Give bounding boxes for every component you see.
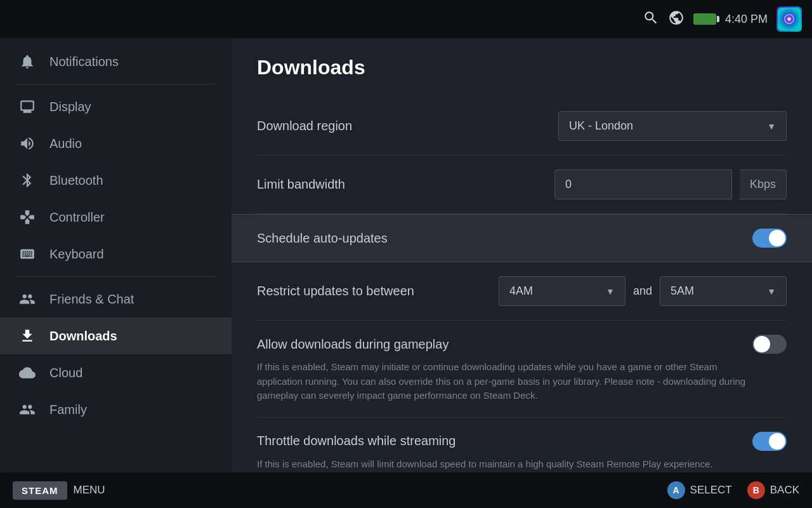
throttle-downloads-label: Throttle downloads while streaming xyxy=(257,434,456,448)
allow-downloads-label: Allow downloads during gameplay xyxy=(257,337,449,352)
sidebar-item-keyboard[interactable]: Keyboard xyxy=(0,236,232,272)
search-icon[interactable] xyxy=(643,10,659,29)
display-label: Display xyxy=(49,100,91,114)
steam-button[interactable]: STEAM xyxy=(13,481,67,500)
sidebar-item-notifications[interactable]: Notifications xyxy=(0,43,232,80)
content-area: Downloads Download region UK - London ▼ … xyxy=(232,38,812,472)
notifications-label: Notifications xyxy=(49,55,119,69)
keyboard-label: Keyboard xyxy=(49,247,104,262)
chevron-down-icon: ▼ xyxy=(767,121,776,131)
download-region-row: Download region UK - London ▼ xyxy=(257,97,787,156)
notifications-icon xyxy=(18,52,37,71)
bluetooth-label: Bluetooth xyxy=(49,173,103,188)
schedule-auto-updates-toggle[interactable] xyxy=(752,229,787,248)
select-action: A SELECT xyxy=(667,481,732,499)
main-layout: Notifications Display Audio Bluetooth xyxy=(0,38,812,472)
chevron-down-icon-to: ▼ xyxy=(767,286,776,297)
download-region-dropdown[interactable]: UK - London ▼ xyxy=(558,111,787,141)
throttle-downloads-block: Throttle downloads while streaming If th… xyxy=(257,418,787,473)
and-label: and xyxy=(633,284,652,298)
battery-icon xyxy=(693,13,716,25)
page-title: Downloads xyxy=(257,56,787,79)
sidebar-item-bluetooth[interactable]: Bluetooth xyxy=(0,162,232,199)
sidebar-item-audio[interactable]: Audio xyxy=(0,125,232,162)
sidebar-item-controller[interactable]: Controller xyxy=(0,199,232,236)
throttle-downloads-header: Throttle downloads while streaming xyxy=(257,432,787,451)
bottom-bar: STEAM MENU A SELECT B BACK xyxy=(0,472,812,508)
a-button-badge[interactable]: A xyxy=(667,481,685,499)
toggle-knob-gameplay xyxy=(754,336,770,352)
sidebar-item-downloads[interactable]: Downloads xyxy=(0,318,232,354)
bluetooth-icon xyxy=(18,171,37,190)
allow-downloads-block: Allow downloads during gameplay If this … xyxy=(257,321,787,418)
restrict-updates-control: 4AM ▼ and 5AM ▼ xyxy=(499,276,787,306)
restrict-updates-label: Restrict updates to between xyxy=(257,284,414,298)
downloads-label: Downloads xyxy=(49,329,117,344)
controller-label: Controller xyxy=(49,210,105,225)
friends-icon xyxy=(18,290,37,309)
divider-1 xyxy=(15,84,216,84)
family-icon xyxy=(18,400,37,419)
back-action: B BACK xyxy=(747,481,799,499)
cloud-icon xyxy=(18,363,37,382)
chevron-down-icon-from: ▼ xyxy=(606,286,615,297)
globe-icon[interactable] xyxy=(668,10,684,29)
clock: 4:40 PM xyxy=(725,13,768,26)
allow-downloads-header: Allow downloads during gameplay xyxy=(257,335,787,354)
restrict-from-dropdown[interactable]: 4AM ▼ xyxy=(499,276,625,306)
user-avatar[interactable] xyxy=(776,6,802,32)
bandwidth-label: Limit bandwidth xyxy=(257,177,345,192)
display-icon xyxy=(18,97,37,116)
restrict-to-dropdown[interactable]: 5AM ▼ xyxy=(660,276,787,306)
b-button-badge[interactable]: B xyxy=(747,481,765,499)
sidebar-item-display[interactable]: Display xyxy=(0,88,232,125)
bottom-actions: A SELECT B BACK xyxy=(667,481,799,499)
keyboard-icon xyxy=(18,244,37,264)
cloud-label: Cloud xyxy=(49,366,82,380)
restrict-to-value: 5AM xyxy=(671,284,694,298)
bandwidth-input[interactable] xyxy=(554,170,732,199)
sidebar-item-family[interactable]: Family xyxy=(0,391,232,428)
toggle-knob-throttle xyxy=(769,433,785,450)
schedule-auto-updates-label: Schedule auto-updates xyxy=(257,231,388,246)
svg-point-2 xyxy=(787,17,790,20)
top-bar: 4:40 PM xyxy=(0,0,812,38)
throttle-downloads-description: If this is enabled, Steam will limit dow… xyxy=(257,457,764,472)
download-region-control: UK - London ▼ xyxy=(558,111,787,141)
divider-2 xyxy=(15,276,216,277)
restrict-from-value: 4AM xyxy=(509,284,533,298)
download-region-value: UK - London xyxy=(569,119,633,133)
bandwidth-unit: Kbps xyxy=(740,170,787,199)
bandwidth-row: Limit bandwidth Kbps xyxy=(257,156,787,214)
bandwidth-control: Kbps xyxy=(554,170,787,199)
back-label: BACK xyxy=(770,484,799,497)
friends-label: Friends & Chat xyxy=(49,292,134,307)
menu-label: MENU xyxy=(74,484,105,497)
steam-menu: STEAM MENU xyxy=(13,481,105,500)
controller-icon xyxy=(18,208,37,227)
toggle-knob xyxy=(769,230,785,246)
audio-label: Audio xyxy=(49,137,82,151)
sidebar: Notifications Display Audio Bluetooth xyxy=(0,38,232,472)
allow-downloads-toggle[interactable] xyxy=(752,335,787,354)
audio-icon xyxy=(18,134,37,153)
select-label: SELECT xyxy=(690,484,732,497)
family-label: Family xyxy=(49,403,87,417)
downloads-icon xyxy=(18,326,37,345)
download-region-label: Download region xyxy=(257,119,352,133)
restrict-updates-row: Restrict updates to between 4AM ▼ and 5A… xyxy=(257,262,787,321)
schedule-auto-updates-row: Schedule auto-updates xyxy=(232,214,812,262)
sidebar-item-cloud[interactable]: Cloud xyxy=(0,354,232,391)
throttle-downloads-toggle[interactable] xyxy=(752,432,787,451)
allow-downloads-description: If this is enabled, Steam may initiate o… xyxy=(257,360,764,403)
sidebar-item-friends[interactable]: Friends & Chat xyxy=(0,281,232,318)
